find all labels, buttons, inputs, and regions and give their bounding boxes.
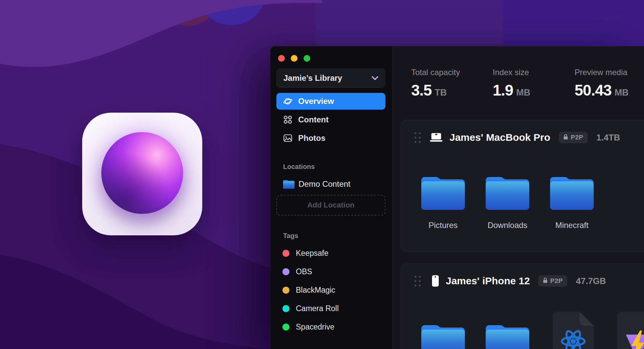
stat-label: Total capacity	[411, 68, 460, 77]
device-size: 47.7GB	[576, 276, 606, 286]
stat-value: 50.43	[575, 81, 611, 99]
device-card-header: James' iPhone 12 P2P 47.7GB	[415, 274, 606, 288]
item-label: Pictures	[415, 221, 472, 230]
react-file-item[interactable]	[545, 312, 602, 349]
tag-item-camera-roll[interactable]: Camera Roll	[276, 302, 385, 315]
sidebar-item-demo-content[interactable]: Demo Content	[276, 177, 385, 191]
stat-value: 1.9	[493, 81, 513, 99]
tag-label: Camera Roll	[296, 304, 339, 313]
sidebar-item-overview[interactable]: Overview	[276, 93, 385, 110]
library-name: Jamie’s Library	[283, 73, 342, 83]
sidebar: Jamie’s Library Overview	[270, 46, 392, 349]
folder-icon	[421, 174, 465, 210]
lock-icon	[543, 277, 548, 285]
sidebar-item-label: Overview	[298, 97, 334, 106]
device-name: James' MacBook Pro	[449, 132, 550, 143]
device-size: 1.4TB	[596, 132, 620, 143]
folder-icon	[550, 174, 594, 210]
tag-item-blackmagic[interactable]: BlackMagic	[276, 284, 385, 296]
sidebar-item-content[interactable]: Content	[276, 111, 385, 128]
locations-header: Locations	[283, 163, 315, 171]
folder-icon	[283, 179, 294, 189]
tag-color-dot	[282, 324, 289, 331]
stat-total-capacity: Total capacity 3.5 TB	[411, 68, 460, 99]
vite-file-icon	[617, 312, 644, 349]
device-name: James' iPhone 12	[446, 275, 530, 287]
phone-icon	[432, 275, 439, 287]
folder-item[interactable]: Downloads	[479, 174, 536, 230]
folder-item[interactable]	[415, 323, 472, 349]
stat-unit: TB	[435, 88, 447, 98]
add-location-button[interactable]: Add Location	[276, 195, 385, 216]
tag-item-obs[interactable]: OBS	[276, 265, 385, 278]
folder-icon	[486, 323, 529, 349]
overview-panel: Total capacity 3.5 TB Index size 1.9 MB …	[392, 46, 644, 349]
library-selector[interactable]: Jamie’s Library	[276, 68, 385, 88]
stat-label: Preview media	[575, 68, 629, 77]
folder-icon	[421, 323, 465, 349]
sidebar-item-label: Photos	[298, 133, 325, 143]
chevron-down-icon	[372, 76, 378, 80]
laptop-icon	[430, 133, 442, 142]
vite-file-item[interactable]	[609, 312, 644, 349]
stat-label: Index size	[493, 68, 530, 77]
tags-header: Tags	[283, 232, 298, 240]
stat-preview-media: Preview media 50.43 MB	[575, 68, 629, 99]
sidebar-nav: Overview Content	[276, 93, 385, 148]
p2p-badge-label: P2P	[571, 134, 583, 141]
drag-handle-icon[interactable]	[415, 276, 421, 286]
planet-icon	[283, 97, 292, 106]
stat-unit: MB	[516, 88, 530, 98]
folder-icon	[486, 174, 529, 210]
tag-label: OBS	[296, 267, 312, 276]
device-card-macbook: James' MacBook Pro P2P 1.4TB	[401, 120, 644, 252]
device-card-header: James' MacBook Pro P2P 1.4TB	[415, 130, 620, 144]
folder-item[interactable]	[479, 323, 536, 349]
p2p-badge: P2P	[538, 275, 567, 287]
tag-label: Spacedrive	[296, 323, 334, 332]
item-label: Minecraft	[543, 221, 600, 230]
location-label: Demo Content	[299, 179, 351, 189]
spacedrive-app-icon[interactable]	[82, 113, 202, 235]
spacedrive-window: Jamie’s Library Overview	[270, 46, 644, 349]
tag-color-dot	[282, 287, 289, 294]
item-label: Downloads	[479, 221, 536, 230]
p2p-badge: P2P	[559, 132, 588, 143]
drag-handle-icon[interactable]	[415, 132, 421, 143]
close-window-button[interactable]	[278, 55, 285, 62]
tag-color-dot	[282, 268, 289, 275]
tag-color-dot	[282, 305, 289, 312]
stat-unit: MB	[614, 88, 629, 98]
tag-label: BlackMagic	[296, 286, 335, 295]
tag-item-keepsafe[interactable]: Keepsafe	[276, 247, 385, 259]
lock-icon	[563, 134, 568, 141]
stat-index-size: Index size 1.9 MB	[493, 68, 530, 99]
react-file-icon	[553, 312, 594, 349]
zoom-window-button[interactable]	[304, 55, 310, 62]
tag-label: Keepsafe	[296, 249, 328, 258]
grid-icon	[283, 115, 292, 124]
minimize-window-button[interactable]	[291, 55, 298, 62]
sidebar-item-photos[interactable]: Photos	[276, 130, 385, 147]
stat-value: 3.5	[411, 81, 432, 99]
sidebar-item-label: Content	[298, 115, 329, 124]
image-icon	[283, 134, 292, 142]
tag-color-dot	[282, 250, 289, 257]
folder-item[interactable]: Minecraft	[543, 174, 600, 230]
purple-sphere-logo	[101, 132, 183, 214]
folder-item[interactable]: Pictures	[415, 174, 472, 230]
device-card-iphone: James' iPhone 12 P2P 47.7GB	[401, 264, 644, 349]
tag-item-spacedrive[interactable]: Spacedrive	[276, 321, 385, 333]
p2p-badge-label: P2P	[550, 277, 563, 285]
